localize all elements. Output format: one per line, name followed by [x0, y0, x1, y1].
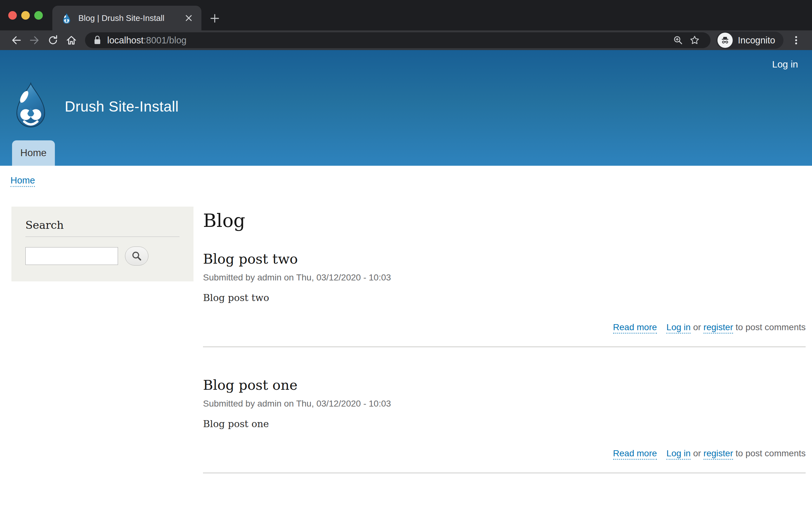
or-text: or: [693, 322, 701, 332]
tab-title: Blog | Drush Site-Install: [78, 13, 183, 23]
search-form: [26, 246, 180, 266]
site-header: Log in Drush Site-Install Home: [0, 50, 812, 166]
browser-tab-strip: Blog | Drush Site-Install: [0, 0, 812, 31]
address-bar[interactable]: localhost:8001/blog: [85, 32, 711, 48]
sidebar: Search: [11, 207, 194, 281]
url-path: :8001/blog: [143, 35, 186, 45]
login-link[interactable]: Log in: [772, 59, 798, 70]
post-title[interactable]: Blog post two: [203, 251, 806, 267]
post-divider: [203, 346, 806, 347]
window-controls: [8, 11, 43, 20]
reload-icon[interactable]: [44, 32, 62, 49]
zoom-in-icon[interactable]: [670, 33, 687, 47]
post-body: Blog post two: [203, 292, 806, 303]
to-post-comments-text: to post comments: [735, 448, 806, 458]
lock-icon[interactable]: [93, 35, 102, 46]
home-icon[interactable]: [62, 32, 81, 49]
read-more-link[interactable]: Read more: [613, 448, 657, 460]
register-link[interactable]: register: [704, 448, 733, 460]
read-more-link[interactable]: Read more: [613, 322, 657, 334]
or-text: or: [693, 448, 701, 458]
back-icon[interactable]: [7, 32, 26, 49]
blog-post: Blog post two Submitted by admin on Thu,…: [203, 251, 806, 347]
site-branding: Drush Site-Install: [11, 82, 179, 131]
page-title: Blog: [203, 210, 806, 231]
tab-close-icon[interactable]: [183, 12, 194, 24]
page-columns: Search Blog Blog post two Submitted by a…: [0, 207, 812, 473]
window-close-button[interactable]: [8, 11, 17, 20]
url-text: localhost:8001/blog: [107, 35, 187, 46]
magnifier-icon: [131, 250, 142, 262]
forward-icon[interactable]: [26, 32, 44, 49]
post-links: Read moreLog in or register to post comm…: [203, 448, 806, 458]
site-name[interactable]: Drush Site-Install: [65, 98, 179, 115]
post-body: Blog post one: [203, 418, 806, 429]
post-divider: [203, 472, 806, 473]
login-to-comment-link[interactable]: Log in: [666, 448, 691, 460]
browser-tab[interactable]: Blog | Drush Site-Install: [52, 6, 201, 31]
bookmark-star-icon[interactable]: [687, 33, 703, 47]
breadcrumb-home-link[interactable]: Home: [10, 175, 35, 187]
login-to-comment-link[interactable]: Log in: [666, 322, 691, 334]
browser-menu-icon[interactable]: [787, 32, 805, 49]
window-minimize-button[interactable]: [21, 11, 30, 20]
incognito-icon: [717, 33, 733, 48]
to-post-comments-text: to post comments: [735, 322, 806, 332]
breadcrumb: Home: [10, 175, 812, 186]
register-link[interactable]: register: [704, 322, 733, 334]
search-block: Search: [11, 207, 194, 281]
drupal-logo[interactable]: [11, 82, 50, 131]
post-submitted: Submitted by admin on Thu, 03/12/2020 - …: [203, 273, 806, 283]
search-submit-button[interactable]: [125, 246, 148, 266]
drupal-favicon-icon: [61, 13, 72, 23]
url-host: localhost: [107, 35, 143, 45]
nav-tab-home[interactable]: Home: [12, 140, 55, 166]
search-input[interactable]: [26, 247, 118, 265]
blog-post: Blog post one Submitted by admin on Thu,…: [203, 377, 806, 473]
incognito-badge: Incognito: [716, 32, 783, 49]
post-links: Read moreLog in or register to post comm…: [203, 322, 806, 332]
new-tab-button[interactable]: [208, 11, 222, 25]
main-content: Blog Blog post two Submitted by admin on…: [203, 207, 806, 473]
incognito-label: Incognito: [738, 35, 775, 46]
browser-toolbar: localhost:8001/blog Incognito: [0, 31, 812, 50]
post-title[interactable]: Blog post one: [203, 377, 806, 393]
search-block-title: Search: [26, 219, 180, 237]
main-navigation: Home: [12, 140, 55, 166]
post-submitted: Submitted by admin on Thu, 03/12/2020 - …: [203, 399, 806, 409]
window-zoom-button[interactable]: [34, 11, 43, 20]
